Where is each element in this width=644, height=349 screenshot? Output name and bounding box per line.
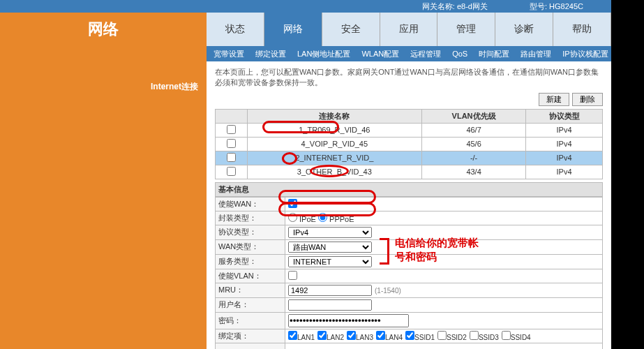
password-label: 密码： <box>216 312 285 329</box>
enable-vlan-label: 使能VLAN： <box>216 269 285 283</box>
conn-row-0[interactable]: 1_TR069_R_VID_4646/7IPv4 <box>216 123 603 137</box>
model: 型号: HG8245C <box>530 1 583 12</box>
wan-type-label: WAN类型： <box>216 239 285 254</box>
sidebar-item-internet[interactable]: Internet连接 <box>0 75 207 98</box>
subtab-7[interactable]: 路由管理 <box>521 49 551 59</box>
page-title: 网络 <box>0 13 207 46</box>
bind-SSID4[interactable]: SSID4 <box>502 334 531 341</box>
bind-SSID3[interactable]: SSID3 <box>470 334 499 341</box>
password-input[interactable] <box>288 314 409 327</box>
tab-3[interactable]: 应用 <box>380 13 438 46</box>
subtab-2[interactable]: LAN侧地址配置 <box>297 49 350 59</box>
section-basic: 基本信息 <box>215 182 603 197</box>
subtab-5[interactable]: QoS <box>452 50 467 58</box>
tab-4[interactable]: 管理 <box>437 13 495 46</box>
description: 在本页面上，您可以配置WAN口参数。家庭网关ONT通过WAN口与高层网络设备通信… <box>215 67 603 89</box>
subtab-1[interactable]: 绑定设置 <box>255 49 286 59</box>
subtab-6[interactable]: 时间配置 <box>479 49 509 59</box>
connection-table: 连接名称VLAN优先级协议类型 1_TR069_R_VID_4646/7IPv4… <box>215 109 603 179</box>
mru-label: MRU： <box>216 283 285 297</box>
tab-6[interactable]: 帮助 <box>553 13 611 46</box>
wan-type-select[interactable]: 路由WAN <box>288 242 372 253</box>
subtab-0[interactable]: 宽带设置 <box>214 49 244 59</box>
new-button[interactable]: 新建 <box>539 93 569 106</box>
proto-select[interactable]: IPv4 <box>288 227 372 238</box>
enable-vlan-checkbox[interactable] <box>288 271 297 280</box>
service-select[interactable]: INTERNET <box>288 256 372 267</box>
conn-row-3[interactable]: 3_OTHER_B_VID_4343/4IPv4 <box>216 165 603 179</box>
topbar: 网关名称: e8-d网关 型号: HG8245C <box>0 0 611 13</box>
encap-label: 封装类型： <box>216 211 285 225</box>
delete-button[interactable]: 删除 <box>572 93 603 106</box>
content: 在本页面上，您可以配置WAN口参数。家庭网关ONT通过WAN口与高层网络设备通信… <box>207 61 611 349</box>
username-label: 用户名： <box>216 297 285 312</box>
gateway-name: 网关名称: e8-d网关 <box>422 1 488 12</box>
bind-LAN3[interactable]: LAN3 <box>347 334 373 341</box>
main-tabs: 状态网络安全应用管理诊断帮助 <box>207 13 611 46</box>
subtab-8[interactable]: IP协议栈配置 <box>562 49 608 59</box>
mru-input[interactable] <box>288 285 372 296</box>
subtab-4[interactable]: 远程管理 <box>410 49 441 59</box>
conn-row-2[interactable]: 2_INTERNET_R_VID_-/-IPv4 <box>216 151 603 165</box>
username-input[interactable] <box>288 299 372 311</box>
tab-5[interactable]: 诊断 <box>495 13 553 46</box>
encap-pppoe[interactable]: PPPoE <box>318 215 354 223</box>
bind-LAN2[interactable]: LAN2 <box>317 334 344 341</box>
bind-LAN1[interactable]: LAN1 <box>288 334 315 341</box>
conn-row-1[interactable]: 4_VOIP_R_VID_4545/6IPv4 <box>216 137 603 151</box>
tab-1[interactable]: 网络 <box>264 13 322 46</box>
enable-wan-label: 使能WAN： <box>216 197 285 211</box>
proto-label: 协议类型： <box>216 225 285 239</box>
tab-0[interactable]: 状态 <box>207 13 264 46</box>
sidebar: Internet连接 <box>0 61 207 349</box>
basic-form: 使能WAN： 封装类型： IPoE PPPoE 协议类型： IPv4 WAN类型… <box>215 197 603 349</box>
subtab-3[interactable]: WLAN配置 <box>361 49 399 59</box>
bind-LAN4[interactable]: LAN4 <box>376 334 403 341</box>
bind-SSID1[interactable]: SSID1 <box>405 334 435 341</box>
encap-ipoe[interactable]: IPoE <box>288 215 316 223</box>
sub-tabs: 宽带设置绑定设置LAN侧地址配置WLAN配置远程管理QoS时间配置路由管理IP协… <box>207 46 611 61</box>
enable-wan-checkbox[interactable] <box>288 199 297 208</box>
bind-SSID2[interactable]: SSID2 <box>437 334 467 341</box>
service-label: 服务类型： <box>216 254 285 269</box>
bind-label: 绑定项： <box>216 329 285 343</box>
tab-2[interactable]: 安全 <box>322 13 380 46</box>
